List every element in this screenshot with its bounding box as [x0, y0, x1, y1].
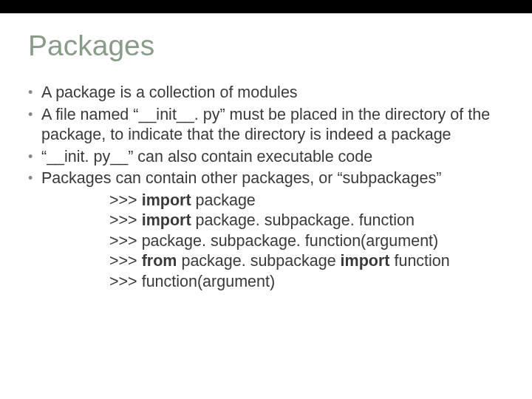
bullet-text: A package is a collection of modules [41, 83, 504, 103]
code-line: >>> function(argument) [109, 272, 504, 293]
bullet-dot-icon: • [28, 147, 41, 168]
code-text: package [196, 191, 256, 209]
prompt: >>> [109, 252, 137, 270]
code-block: >>> import package >>> import package. s… [109, 191, 504, 293]
prompt: >>> [109, 232, 137, 250]
keyword: import [341, 252, 390, 270]
slide: Packages • A package is a collection of … [0, 0, 532, 399]
code-text: package. subpackage [181, 252, 335, 270]
code-line: >>> import package. subpackage. function [109, 211, 504, 231]
bullet-text: Packages can contain other packages, or … [41, 168, 504, 189]
slide-title: Packages [28, 30, 532, 62]
code-text: function [394, 252, 449, 270]
prompt: >>> [109, 211, 137, 229]
top-bar [0, 0, 532, 13]
bullet-item: • A file named “__init__. py” must be pl… [28, 105, 504, 146]
bullet-dot-icon: • [28, 83, 41, 103]
slide-body: • A package is a collection of modules •… [28, 83, 504, 292]
prompt: >>> [109, 273, 137, 290]
bullet-text: A file named “__init__. py” must be plac… [41, 105, 504, 146]
bullet-item: • A package is a collection of modules [28, 83, 504, 103]
prompt: >>> [109, 191, 137, 209]
code-line: >>> package. subpackage. function(argume… [109, 231, 504, 252]
bullet-item: • Packages can contain other packages, o… [28, 168, 504, 189]
bullet-dot-icon: • [28, 168, 41, 189]
bullet-dot-icon: • [28, 105, 41, 146]
code-line: >>> import package [109, 191, 504, 211]
code-line: >>> from package. subpackage import func… [109, 251, 504, 272]
keyword: from [142, 252, 177, 270]
keyword: import [142, 191, 191, 209]
bullet-item: • “__init. py__” can also contain execut… [28, 147, 504, 168]
keyword: import [142, 211, 191, 229]
code-text: function(argument) [142, 273, 275, 290]
code-text: package. subpackage. function [196, 211, 415, 229]
bullet-text: “__init. py__” can also contain executab… [41, 147, 504, 168]
code-text: package. subpackage. function(argument) [142, 232, 439, 250]
